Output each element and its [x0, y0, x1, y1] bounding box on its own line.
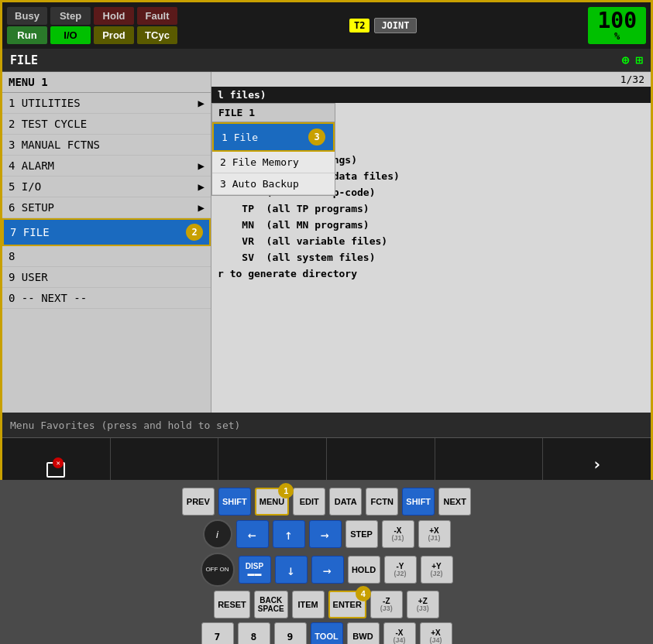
- menu-item-io[interactable]: 5 I/O ▶: [2, 176, 211, 197]
- submenu-header: FILE 1: [212, 104, 335, 122]
- menu-button[interactable]: MENU 1: [255, 488, 289, 516]
- next-button[interactable]: NEXT: [438, 488, 471, 516]
- menu-item-manual-fctns[interactable]: 3 MANUAL FCTNS: [2, 135, 211, 156]
- data-button[interactable]: DATA: [329, 488, 362, 516]
- busy-button[interactable]: Busy: [7, 7, 47, 25]
- num-7-button[interactable]: 7: [201, 622, 234, 644]
- z-pos-j3-button[interactable]: +Z(J3): [407, 591, 439, 618]
- file-list-item-9[interactable]: VR (all variable files): [211, 233, 651, 249]
- percent-display: 100 %: [588, 7, 646, 44]
- arrow-left-button[interactable]: ←: [236, 520, 269, 548]
- t2-badge: T2: [349, 19, 369, 33]
- step-badge-4: 4: [356, 586, 371, 601]
- io-button[interactable]: I/O: [50, 26, 91, 44]
- file-list-item-8[interactable]: MN (all MN programs): [211, 217, 651, 233]
- backspace-button[interactable]: BACKSPACE: [254, 591, 288, 618]
- z-neg-j3-button[interactable]: -Z(J3): [370, 591, 403, 618]
- num-8-button[interactable]: 8: [238, 622, 270, 644]
- disp-button[interactable]: DISP▬▬: [239, 556, 271, 584]
- menu-item-next[interactable]: 0 -- NEXT --: [2, 288, 211, 309]
- keyboard-row-3: OFF ON DISP▬▬ ↓ → HOLD -Y(J2) +Y(J2): [25, 553, 629, 587]
- file-list-item-0[interactable]: l files): [211, 87, 651, 103]
- favorites-bar: Menu Favorites (press and hold to set): [2, 413, 651, 437]
- edit-button[interactable]: EDIT: [293, 488, 325, 516]
- file-list-item-10[interactable]: SV (all system files): [211, 249, 651, 265]
- step-button[interactable]: Step: [50, 7, 91, 25]
- close-icon: ✕: [53, 457, 64, 468]
- file-list-item-11[interactable]: r to generate directory: [211, 265, 651, 282]
- status-bar: Busy Step Hold Fault Run I/O Prod TCyc T…: [2, 2, 651, 49]
- submenu-item-file-memory[interactable]: 2 File Memory: [212, 152, 335, 173]
- tcyc-button[interactable]: TCyc: [137, 26, 177, 44]
- reset-button[interactable]: RESET: [214, 591, 250, 618]
- power-button[interactable]: OFF ON: [201, 553, 235, 587]
- file-bar-icons: ⊕ ⊞: [622, 53, 643, 67]
- menu-item-test-cycle[interactable]: 2 TEST CYCLE: [2, 114, 211, 135]
- status-buttons-top-row: Busy Step Hold Fault Run I/O Prod TCyc: [7, 7, 177, 44]
- item-button[interactable]: ITEM: [292, 591, 325, 618]
- menu-item-8[interactable]: 8: [2, 246, 211, 267]
- menu-item-setup[interactable]: 6 SETUP ▶: [2, 197, 211, 218]
- x-neg-j1-button[interactable]: -X(J1): [382, 520, 414, 548]
- arrow-right-button[interactable]: →: [309, 520, 342, 548]
- x-pos-j1-button[interactable]: +X(J1): [418, 520, 451, 548]
- hold-button[interactable]: Hold: [94, 7, 134, 25]
- joint-badge: JOINT: [374, 18, 416, 33]
- favorites-text: Menu Favorites (press and hold to set): [10, 420, 240, 431]
- bwd-button[interactable]: BWD: [347, 622, 380, 644]
- step-button-kb[interactable]: STEP: [345, 520, 378, 548]
- keyboard-row-5: 7 8 9 TOOL BWD -X(J4) +X(J4): [25, 622, 629, 644]
- grid-icon[interactable]: ⊞: [635, 53, 643, 67]
- x-pos-j4-button[interactable]: +X(J4): [420, 622, 452, 644]
- step-badge-2: 2: [186, 224, 203, 241]
- run-button[interactable]: Run: [7, 26, 47, 44]
- page-info: 1/32: [620, 74, 644, 85]
- enter-button[interactable]: ENTER 4: [328, 591, 366, 618]
- info-button[interactable]: i: [203, 519, 232, 549]
- zoom-icon[interactable]: ⊕: [622, 53, 630, 67]
- x-neg-j4-button[interactable]: -X(J4): [383, 622, 416, 644]
- file-list-item-7[interactable]: TP (all TP programs): [211, 200, 651, 217]
- prod-button[interactable]: Prod: [94, 26, 134, 44]
- num-9-button[interactable]: 9: [274, 622, 307, 644]
- keyboard-row-2: i ← ↑ → STEP -X(J1) +X(J1): [25, 519, 629, 549]
- arrow-down-button[interactable]: ↓: [275, 556, 308, 584]
- keyboard-row-1: PREV SHIFT MENU 1 EDIT DATA FCTN SHIFT N…: [25, 488, 629, 516]
- arrow-up-button[interactable]: ↑: [273, 520, 305, 548]
- next-arrow-icon: ›: [592, 454, 602, 474]
- keyboard-area: PREV SHIFT MENU 1 EDIT DATA FCTN SHIFT N…: [0, 480, 653, 644]
- submenu-item-file[interactable]: 1 File 3: [212, 122, 335, 152]
- menu-item-utilities[interactable]: 1 UTILITIES ▶: [2, 93, 211, 114]
- shift-left-button[interactable]: SHIFT: [218, 488, 251, 516]
- file-bar: FILE ⊕ ⊞: [2, 49, 651, 72]
- submenu: FILE 1 1 File 3 2 File Memory 3 Auto Bac…: [211, 103, 335, 196]
- hold-button-kb[interactable]: HOLD: [348, 556, 380, 584]
- prev-button[interactable]: PREV: [182, 488, 215, 516]
- file-list-header: 1/32: [211, 72, 651, 87]
- file-bar-title: FILE: [10, 53, 38, 67]
- arrow-right-2-button[interactable]: →: [311, 556, 344, 584]
- fctn-button[interactable]: FCTN: [366, 488, 398, 516]
- submenu-item-auto-backup[interactable]: 3 Auto Backup: [212, 173, 335, 195]
- step-badge-1: 1: [278, 483, 294, 498]
- left-menu: MENU 1 1 UTILITIES ▶ 2 TEST CYCLE 3 MANU…: [2, 72, 211, 413]
- step-badge-3: 3: [308, 128, 325, 146]
- menu-item-file[interactable]: 7 FILE 2: [2, 218, 211, 246]
- keyboard-row-4: RESET BACKSPACE ITEM ENTER 4 -Z(J3) +Z(J…: [25, 591, 629, 618]
- y-pos-j2-button[interactable]: +Y(J2): [421, 556, 453, 584]
- menu-header: MENU 1: [2, 72, 211, 93]
- tool-button[interactable]: TOOL: [311, 622, 343, 644]
- fault-button[interactable]: Fault: [137, 7, 177, 25]
- menu-item-alarm[interactable]: 4 ALARM ▶: [2, 156, 211, 176]
- shift-right-button[interactable]: SHIFT: [402, 488, 435, 516]
- menu-item-user[interactable]: 9 USER: [2, 267, 211, 288]
- y-neg-j2-button[interactable]: -Y(J2): [384, 556, 417, 584]
